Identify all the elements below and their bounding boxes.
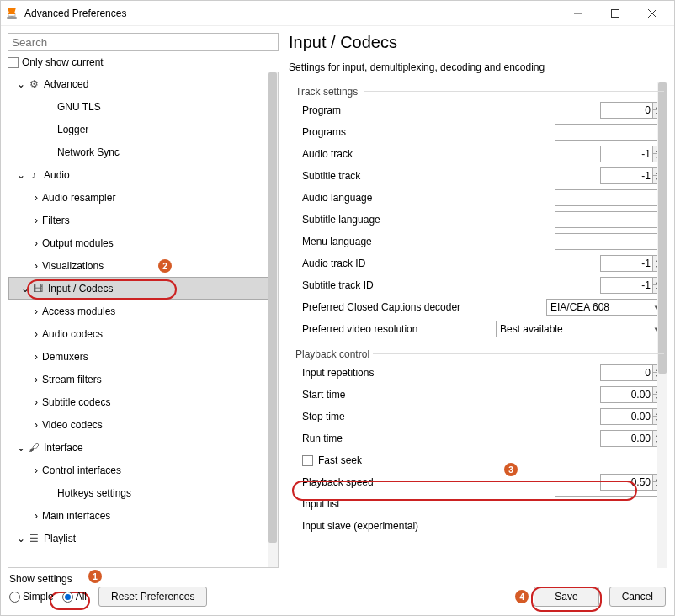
input-slave-input[interactable] (555, 518, 664, 534)
fast-seek-label: Fast seek (318, 454, 362, 466)
tree-item-label: Access modules (42, 305, 115, 317)
fast-seek-checkbox[interactable] (302, 455, 313, 466)
tree-item-gnu-tls[interactable]: GNU TLS (8, 95, 278, 118)
tree-item-input-codecs[interactable]: ⌄🎞Input / Codecs (8, 277, 278, 300)
tree-item-label: Input / Codecs (48, 283, 113, 295)
tree-item-video-codecs[interactable]: ›Video codecs (8, 413, 278, 436)
subtitle-track-id-spinner[interactable]: -1▲▼ (600, 277, 664, 294)
tree-item-label: Filters (42, 215, 70, 226)
chevron-right-icon: › (30, 305, 42, 317)
tree-item-main-interfaces[interactable]: ›Main interfaces (8, 504, 278, 527)
tree-item-interface[interactable]: ⌄🖌Interface (8, 436, 278, 459)
svg-rect-5 (612, 9, 619, 17)
all-radio[interactable] (62, 592, 73, 603)
tree-item-label: Network Sync (57, 146, 120, 158)
list-icon: ☰ (27, 533, 40, 544)
tree-item-logger[interactable]: Logger (8, 118, 278, 141)
tree-item-audio-resampler[interactable]: ›Audio resampler (8, 186, 278, 209)
tree-item-subtitle-codecs[interactable]: ›Subtitle codecs (8, 390, 278, 413)
tree-item-hotkeys-settings[interactable]: Hotkeys settings (8, 481, 278, 504)
tree-item-visualizations[interactable]: ›Visualizations (8, 254, 278, 277)
tree-item-label: Visualizations (42, 260, 104, 272)
tree-item-filters[interactable]: ›Filters (8, 209, 278, 231)
audio-track-id-spinner[interactable]: -1▲▼ (600, 255, 664, 272)
subtitle-track-spinner[interactable]: -1▲▼ (600, 167, 664, 184)
search-input[interactable] (8, 33, 279, 51)
menu-language-input[interactable] (555, 233, 664, 250)
close-button[interactable] (634, 2, 671, 25)
chevron-down-icon: ⌄ (15, 78, 27, 90)
playback-speed-spinner[interactable]: 0.50▲▼ (600, 474, 664, 491)
subtitle-language-label: Subtitle language (302, 214, 555, 226)
audio-language-input[interactable] (555, 189, 664, 206)
preferences-tree[interactable]: 2 ⌄⚙AdvancedGNU TLSLoggerNetwork Sync⌄♪A… (8, 72, 279, 568)
input-repetitions-spinner[interactable]: 0▲▼ (600, 364, 664, 381)
minimize-button[interactable] (560, 2, 597, 25)
tree-item-stream-filters[interactable]: ›Stream filters (8, 368, 278, 390)
tree-item-label: Interface (44, 442, 83, 454)
tree-item-control-interfaces[interactable]: ›Control interfaces (8, 459, 278, 481)
tree-item-demuxers[interactable]: ›Demuxers (8, 345, 278, 368)
chevron-right-icon: › (30, 351, 42, 363)
titlebar: Advanced Preferences (1, 1, 674, 26)
tree-item-output-modules[interactable]: ›Output modules (8, 231, 278, 254)
app-icon (4, 6, 19, 21)
simple-radio[interactable] (9, 592, 20, 603)
chevron-right-icon: › (30, 419, 42, 431)
tree-item-label: GNU TLS (57, 101, 101, 113)
group-track-settings: Track settings (289, 82, 664, 99)
audio-track-label: Audio track (302, 148, 600, 160)
tree-item-label: Audio codecs (42, 328, 103, 340)
tree-item-label: Audio (44, 169, 70, 181)
tree-item-label: Logger (57, 124, 88, 135)
start-time-spinner[interactable]: 0.00▲▼ (600, 386, 664, 403)
tree-item-label: Playlist (44, 533, 76, 544)
tree-item-label: Video codecs (42, 419, 103, 431)
stop-time-label: Stop time (302, 411, 600, 422)
all-label: All (76, 591, 87, 603)
tree-item-audio-codecs[interactable]: ›Audio codecs (8, 322, 278, 345)
video-resolution-label: Preferred video resolution (302, 323, 496, 335)
only-show-current-checkbox[interactable] (8, 57, 19, 68)
save-button[interactable]: Save (534, 587, 598, 607)
annotation-badge-1: 1 (88, 570, 102, 583)
film-icon: 🎞 (31, 283, 45, 295)
run-time-spinner[interactable]: 0.00▲▼ (600, 430, 664, 447)
gear-icon: ⚙ (27, 78, 40, 90)
tree-item-audio[interactable]: ⌄♪Audio (8, 163, 278, 186)
maximize-button[interactable] (597, 2, 634, 25)
programs-label: Programs (302, 126, 555, 138)
chevron-right-icon: › (30, 510, 42, 522)
settings-scrollbar[interactable] (657, 82, 667, 568)
input-list-input[interactable] (555, 496, 664, 512)
subtitle-language-input[interactable] (555, 211, 664, 228)
programs-input[interactable] (555, 124, 664, 141)
stop-time-spinner[interactable]: 0.00▲▼ (600, 408, 664, 425)
tree-item-playlist[interactable]: ⌄☰Playlist (8, 527, 278, 550)
chevron-right-icon: › (30, 260, 42, 272)
chevron-right-icon: › (30, 215, 42, 226)
program-spinner[interactable]: 0▲▼ (600, 102, 664, 119)
audio-track-spinner[interactable]: -1▲▼ (600, 146, 664, 162)
cc-decoder-label: Preferred Closed Captions decoder (302, 301, 546, 313)
tree-item-label: Output modules (42, 237, 114, 249)
tree-scrollbar[interactable] (268, 72, 278, 567)
subtitle-track-label: Subtitle track (302, 170, 600, 182)
start-time-label: Start time (302, 389, 600, 401)
cancel-button[interactable]: Cancel (609, 587, 666, 607)
panel-title: Input / Codecs (289, 33, 667, 52)
tree-item-label: Audio resampler (42, 192, 115, 204)
only-show-current-label: Only show current (22, 56, 104, 68)
cc-decoder-select[interactable]: EIA/CEA 608▼ (546, 299, 664, 316)
chevron-down-icon: ⌄ (15, 442, 27, 454)
tree-item-label: Control interfaces (42, 465, 121, 476)
tree-item-label: Subtitle codecs (42, 396, 110, 408)
tree-item-advanced[interactable]: ⌄⚙Advanced (8, 72, 278, 95)
tree-item-access-modules[interactable]: ›Access modules (8, 300, 278, 322)
reset-preferences-button[interactable]: Reset Preferences (98, 587, 207, 607)
panel-subtitle: Settings for input, demultiplexing, deco… (289, 61, 667, 73)
chevron-right-icon: › (30, 374, 42, 385)
tree-item-network-sync[interactable]: Network Sync (8, 141, 278, 163)
audio-language-label: Audio language (302, 192, 555, 204)
video-resolution-select[interactable]: Best available▼ (496, 321, 664, 337)
